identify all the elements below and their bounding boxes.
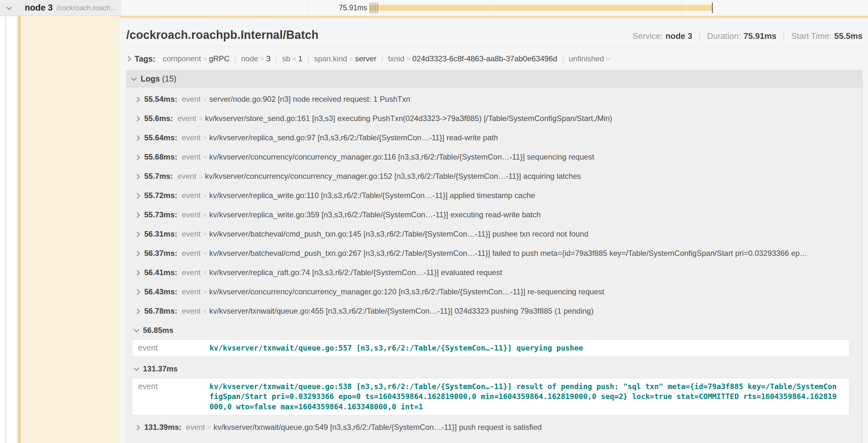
log-key: event	[182, 151, 201, 163]
span-detail-panel: /cockroach.roachpb.Internal/Batch Servic…	[120, 16, 868, 443]
log-key: event	[182, 267, 201, 278]
chevron-right-icon	[134, 232, 140, 237]
log-row[interactable]: 131.39ms: event = kv/kvserver/txnwait/qu…	[132, 422, 856, 433]
tags-label: Tags:	[134, 54, 155, 64]
log-timestamp: 55.73ms:	[144, 209, 177, 220]
chevron-right-icon	[134, 270, 140, 275]
log-value: kv/kvserver/concurrency/concurrency_mana…	[209, 286, 604, 297]
log-row-expanded-header[interactable]: 131.37ms	[132, 364, 856, 374]
log-row-expanded-header[interactable]: 56.85ms	[132, 325, 856, 336]
log-value[interactable]: kv/kvserver/txnwait/queue.go:557 [n3,s3,…	[210, 340, 849, 356]
tag-item: node=3	[235, 54, 276, 63]
log-row[interactable]: 55.64ms: event = kv/kvserver/replica_sen…	[132, 132, 856, 143]
logs-accordion-header[interactable]: Logs (15)	[127, 71, 862, 87]
log-marker-tick	[372, 3, 372, 13]
meta-item: Service:node 3	[625, 31, 699, 41]
log-row[interactable]: 55.68ms: event = kv/kvserver/concurrency…	[132, 151, 856, 163]
log-marker-tick	[375, 3, 376, 13]
tag-item: unfinished=	[563, 54, 617, 63]
log-row[interactable]: 55.54ms: event = server/node.go:902 [n3]…	[132, 94, 856, 105]
left-gutter	[0, 16, 18, 443]
tag-key: unfinished	[569, 54, 604, 63]
log-key: event	[132, 340, 210, 356]
log-timestamp: 55.54ms:	[144, 94, 177, 105]
span-row: node 3 /cockroach.roach… 75.91ms	[0, 0, 868, 16]
log-row[interactable]: 56.31ms: event = kv/kvserver/batcheval/c…	[132, 229, 856, 240]
log-value: kv/kvserver/txnwait/queue.go:549 [n3,s3,…	[214, 422, 541, 433]
chevron-right-icon	[134, 308, 140, 314]
meta-value: 75.91ms	[743, 31, 776, 41]
log-timestamp: 56.78ms:	[144, 306, 177, 316]
tag-item: txnid=024d3323-6c8f-4863-aa8b-37ab0e6349…	[382, 54, 563, 63]
log-value: kv/kvserver/concurrency/concurrency_mana…	[209, 151, 594, 163]
log-marker-tick	[374, 3, 374, 13]
chevron-right-icon	[126, 56, 131, 62]
log-timestamp: 56.37ms:	[144, 248, 177, 259]
collapse-toggle[interactable]	[0, 6, 18, 10]
log-value: kv/kvserver/concurrency/concurrency_mana…	[205, 171, 581, 182]
equals-sign: =	[406, 55, 410, 63]
log-value[interactable]: kv/kvserver/txnwait/queue.go:538 [n3,s3,…	[210, 378, 849, 415]
tag-list: component=gRPC node=3 sb=1 span.kind=ser…	[157, 54, 617, 63]
log-timestamp: 55.72ms:	[144, 190, 177, 201]
tag-key: sb	[282, 54, 290, 63]
log-key: event	[182, 229, 201, 239]
chevron-right-icon	[134, 289, 140, 295]
log-key: event	[182, 209, 201, 220]
log-timestamp: 55.7ms:	[144, 171, 173, 182]
tag-value: 1	[298, 54, 302, 63]
tag-value: 3	[266, 54, 271, 63]
log-timestamp: 55.64ms:	[144, 132, 177, 143]
log-timestamp: 56.85ms	[143, 325, 174, 336]
tag-item: component=gRPC	[157, 54, 235, 63]
tag-item: span.kind=server	[308, 54, 382, 63]
tags-accordion[interactable]: Tags: component=gRPC node=3 sb=1	[126, 52, 863, 65]
equals-sign: =	[203, 55, 207, 63]
logs-title: Logs (15)	[141, 74, 176, 83]
log-value: kv/kvserver/replica_write.go:110 [n3,s3,…	[209, 190, 535, 201]
log-marker-tick	[370, 3, 370, 13]
tag-key: node	[241, 54, 258, 63]
span-detail-header: /cockroach.roachpb.Internal/Batch Servic…	[126, 28, 863, 42]
log-timestamp: 55.6ms:	[144, 113, 173, 124]
log-entry-expanded: 56.85ms event kv/kvserver/txnwait/queue.…	[132, 325, 856, 357]
tag-key: txnid	[388, 54, 404, 63]
equals-sign: =	[203, 248, 207, 259]
log-entry-expanded: 131.37ms event kv/kvserver/txnwait/queue…	[132, 364, 856, 416]
equals-sign: =	[292, 55, 296, 63]
log-row[interactable]: 55.72ms: event = kv/kvserver/replica_wri…	[132, 190, 856, 201]
equals-sign: =	[349, 55, 353, 63]
tag-value: gRPC	[209, 54, 229, 63]
log-keyvalue-table: event kv/kvserver/txnwait/queue.go:538 […	[132, 378, 849, 416]
equals-sign: =	[203, 210, 207, 220]
equals-sign: =	[606, 55, 610, 63]
span-name-cell[interactable]: node 3 /cockroach.roach…	[0, 0, 121, 16]
equals-sign: =	[207, 422, 211, 433]
chevron-right-icon	[134, 155, 140, 160]
chevron-right-icon	[134, 135, 140, 141]
tag-item: sb=1	[276, 54, 308, 63]
span-indent-band	[21, 16, 120, 443]
log-key: event	[182, 248, 201, 259]
span-meta: Service:node 3 Duration:75.91ms Start Ti…	[625, 31, 863, 42]
span-timeline-cell[interactable]: 75.91ms	[121, 0, 868, 16]
log-row[interactable]: 56.78ms: event = kv/kvserver/txnwait/que…	[132, 306, 856, 317]
log-row[interactable]: 56.41ms: event = kv/kvserver/replica_raf…	[132, 267, 856, 278]
log-key: event	[182, 94, 201, 105]
log-row[interactable]: 55.6ms: event = kv/kvserver/store_send.g…	[132, 113, 856, 124]
log-row[interactable]: 56.37ms: event = kv/kvserver/batcheval/c…	[132, 248, 856, 259]
equals-sign: =	[198, 171, 203, 182]
chevron-right-icon	[134, 212, 140, 218]
meta-label: Start Time:	[791, 31, 832, 41]
chevron-down-icon	[131, 75, 137, 80]
service-color-stripe	[18, 0, 21, 443]
meta-value: 55.5ms	[834, 31, 863, 41]
log-row[interactable]: 55.73ms: event = kv/kvserver/replica_wri…	[132, 209, 856, 220]
equals-sign: =	[203, 287, 207, 298]
equals-sign: =	[203, 190, 207, 201]
log-row[interactable]: 56.43ms: event = kv/kvserver/concurrency…	[132, 286, 856, 298]
meta-value: node 3	[665, 31, 692, 41]
log-row[interactable]: 55.7ms: event = kv/kvserver/concurrency/…	[132, 171, 856, 182]
equals-sign: =	[203, 94, 207, 105]
equals-sign: =	[203, 267, 207, 278]
